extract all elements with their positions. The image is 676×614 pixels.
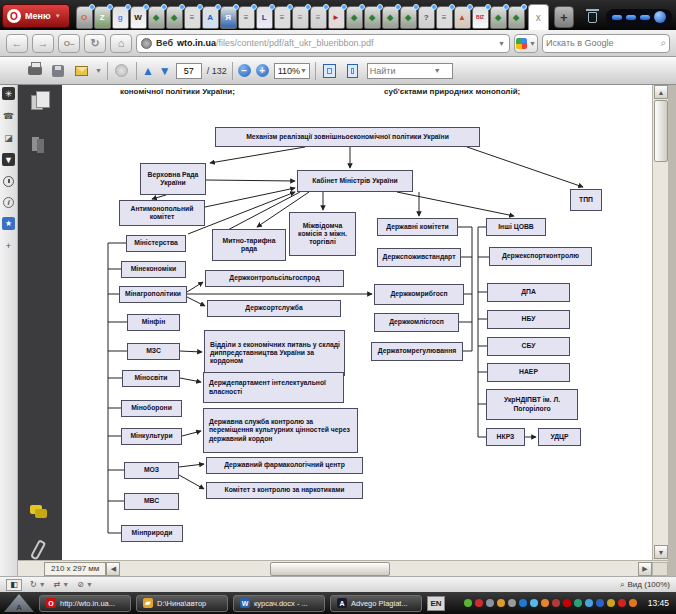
scroll-thumb[interactable] — [654, 100, 668, 162]
turbo-menu[interactable]: ⇄▼ — [54, 580, 70, 589]
view-zoom-control[interactable]: ⌕ Вид (100%) — [620, 580, 670, 590]
bookmarks-star-icon[interactable]: ★ — [2, 217, 15, 230]
language-indicator[interactable]: EN — [427, 596, 445, 611]
tab-webmoney[interactable]: ◆ — [400, 6, 417, 29]
tab-webmoney[interactable]: ◆ — [382, 6, 399, 29]
tab-opera-page[interactable]: O — [76, 6, 93, 29]
bookmarks-icon[interactable] — [32, 137, 39, 151]
fit-page-button[interactable] — [344, 63, 362, 79]
taskbar-item-advego[interactable]: AAdvego Plagiat... — [330, 595, 422, 612]
reload-button[interactable]: ↻ — [84, 34, 106, 53]
tray-agent-icon[interactable] — [508, 599, 516, 607]
tab-doc[interactable]: ≡ — [292, 6, 309, 29]
address-field[interactable]: Веб wto.in.ua/files/content/pdf/aft_ukr_… — [136, 34, 510, 53]
tab-webmoney[interactable]: ◆ — [490, 6, 507, 29]
rewind-button[interactable]: O– — [58, 34, 80, 53]
taskbar-item-folder[interactable]: ▰D:\Нина\автор — [136, 595, 228, 612]
print-button[interactable] — [26, 63, 44, 79]
tab-webmoney[interactable]: ◆ — [364, 6, 381, 29]
panel-toggle-button[interactable]: ◧ — [6, 579, 22, 591]
scroll-up-button[interactable]: ▲ — [654, 85, 668, 99]
scroll-left-button[interactable]: ◀ — [106, 562, 120, 576]
taskbar-item-opera[interactable]: Ohttp://wto.in.ua... — [39, 595, 131, 612]
tab-zoom-app[interactable]: Z — [94, 6, 111, 29]
tab-biz[interactable]: BIZ — [472, 6, 489, 29]
active-tab[interactable]: x — [528, 4, 549, 30]
home-button[interactable]: ⌂ — [110, 34, 132, 53]
tab-notes[interactable]: ≡ — [238, 6, 255, 29]
tray-skype-icon[interactable] — [530, 599, 538, 607]
comments-icon[interactable] — [30, 505, 42, 514]
email-dropdown-icon[interactable]: ▼ — [95, 67, 102, 74]
tab-yandex[interactable]: Я — [220, 6, 237, 29]
search-icon[interactable]: ⌕ — [660, 37, 666, 49]
next-page-button[interactable]: ▼ — [159, 65, 171, 77]
close-button[interactable] — [640, 15, 650, 20]
tray-alert-icon[interactable] — [618, 599, 626, 607]
opera-menu-button[interactable]: O Меню ▼ — [2, 4, 70, 28]
tab-search-app[interactable]: ? — [418, 6, 435, 29]
attachments-icon[interactable] — [30, 539, 46, 560]
panels-icon[interactable]: ✳ — [2, 87, 15, 100]
closed-tabs-trash-button[interactable] — [586, 7, 600, 27]
opera-orb-icon[interactable] — [654, 11, 666, 23]
taskbar-item-word[interactable]: Wкурсач.docx - ... — [233, 595, 325, 612]
horizontal-scrollbar[interactable] — [120, 562, 638, 576]
tray-antivirus-icon[interactable] — [574, 599, 582, 607]
tray-messenger-icon[interactable] — [486, 599, 494, 607]
zoom-out-button[interactable]: − — [238, 64, 251, 77]
sync-menu[interactable]: ↻▼ — [30, 580, 46, 589]
tab-webmoney[interactable]: ◆ — [508, 6, 525, 29]
tab-webmoney[interactable]: ◆ — [148, 6, 165, 29]
zoom-in-button[interactable]: + — [256, 64, 269, 77]
tab-notes[interactable]: ≡ — [274, 6, 291, 29]
tab-google[interactable]: g — [112, 6, 129, 29]
notes-panel-icon[interactable]: ◪ — [2, 131, 15, 144]
add-panel-icon[interactable]: + — [2, 239, 15, 252]
zoom-level-select[interactable]: 110% ▼ — [274, 63, 310, 79]
fit-width-button[interactable] — [321, 63, 339, 79]
tray-utorrent-icon[interactable] — [464, 599, 472, 607]
tray-player-icon[interactable] — [541, 599, 549, 607]
scroll-thumb[interactable] — [270, 562, 390, 576]
scroll-down-button[interactable]: ▼ — [654, 545, 668, 559]
block-content-menu[interactable]: ⊘▼ — [77, 580, 93, 589]
find-input[interactable] — [370, 66, 434, 76]
minimize-button[interactable] — [612, 15, 622, 20]
tray-flash-icon[interactable] — [519, 599, 527, 607]
tab-translate[interactable]: А — [202, 6, 219, 29]
search-engine-button[interactable]: ▼ — [514, 34, 538, 53]
save-button[interactable] — [49, 63, 67, 79]
previous-page-button[interactable]: ▲ — [142, 65, 154, 77]
tray-mailru-icon[interactable] — [563, 599, 571, 607]
tab-webmoney[interactable]: ◆ — [346, 6, 363, 29]
scroll-right-button[interactable]: ▶ — [638, 562, 652, 576]
tray-shield-icon[interactable] — [629, 599, 637, 607]
tray-brush-icon[interactable] — [607, 599, 615, 607]
vertical-scrollbar[interactable]: ▲ ▼ — [652, 85, 668, 560]
find-dropdown-icon[interactable]: ▼ — [434, 67, 441, 74]
contacts-icon[interactable]: ☎ — [2, 109, 15, 122]
history-icon[interactable] — [2, 175, 15, 188]
tab-wikipedia[interactable]: W — [130, 6, 147, 29]
tray-network-icon[interactable] — [585, 599, 593, 607]
address-dropdown-icon[interactable]: ▼ — [498, 40, 505, 47]
tab-notes[interactable]: ≡ — [436, 6, 453, 29]
tab-livejournal[interactable]: L — [256, 6, 273, 29]
tab-notes[interactable]: ≡ — [184, 6, 201, 29]
tab-close-icon[interactable]: x — [536, 12, 541, 23]
page-number-input[interactable] — [176, 63, 202, 79]
tab-doc[interactable]: ≡ — [310, 6, 327, 29]
tray-abbyy-icon[interactable] — [475, 599, 483, 607]
tab-webmoney[interactable]: ◆ — [166, 6, 183, 29]
pages-icon[interactable] — [31, 95, 43, 110]
tray-update-icon[interactable] — [497, 599, 505, 607]
new-tab-button[interactable]: + — [554, 6, 574, 28]
start-button[interactable]: A — [4, 594, 34, 612]
back-button[interactable]: ← — [6, 34, 28, 53]
tab-forward-arrow[interactable]: ► — [328, 6, 345, 29]
forward-button[interactable]: → — [32, 34, 54, 53]
tab-fire[interactable]: ▲ — [454, 6, 471, 29]
search-input[interactable] — [546, 38, 660, 48]
email-button[interactable] — [72, 63, 90, 79]
